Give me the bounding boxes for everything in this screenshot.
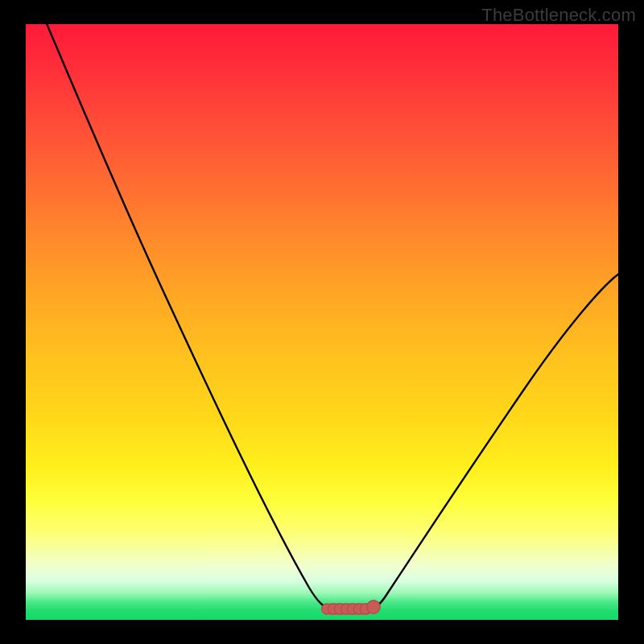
bottleneck-curve	[43, 24, 618, 609]
watermark-text: TheBottleneck.com	[481, 5, 636, 26]
plot-area	[26, 24, 618, 620]
curve-overlay	[26, 24, 618, 620]
chart-frame: TheBottleneck.com	[0, 0, 644, 644]
accent-flat-segment	[321, 601, 380, 614]
accent-end-dot	[367, 601, 380, 613]
